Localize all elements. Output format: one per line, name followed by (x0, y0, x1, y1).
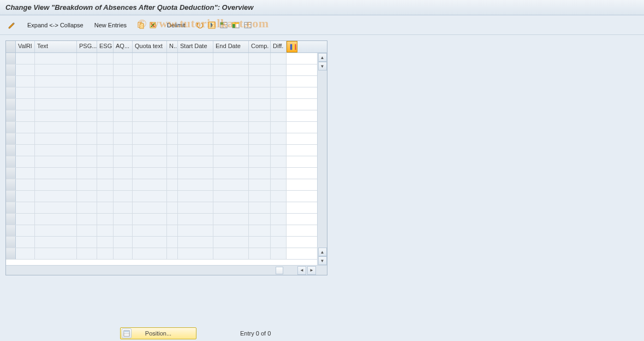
cell-quota[interactable] (133, 202, 167, 213)
cell-end[interactable] (213, 191, 249, 202)
cell-start[interactable] (178, 225, 213, 236)
cell-aq[interactable] (114, 179, 133, 190)
col-header-esg[interactable]: ESG (97, 41, 114, 52)
row-selector-cell[interactable] (6, 191, 16, 202)
cell-psg[interactable] (77, 202, 97, 213)
cell-comp[interactable] (249, 99, 271, 110)
cell-comp[interactable] (249, 202, 271, 213)
table-row[interactable] (6, 64, 317, 76)
cell-text[interactable] (35, 76, 77, 87)
cell-quota[interactable] (133, 64, 167, 75)
cell-aq[interactable] (114, 156, 133, 167)
cell-quota[interactable] (133, 87, 167, 98)
cell-valrl[interactable] (16, 145, 35, 156)
cell-comp[interactable] (249, 237, 271, 248)
cell-n[interactable] (167, 191, 178, 202)
delimit-button[interactable]: Delimit (165, 21, 188, 30)
cell-n[interactable] (167, 122, 178, 133)
cell-start[interactable] (178, 64, 213, 75)
col-header-n[interactable]: N.. (167, 41, 178, 52)
cell-esg[interactable] (97, 145, 114, 156)
cell-psg[interactable] (77, 87, 97, 98)
cell-end[interactable] (213, 64, 249, 75)
table-row[interactable] (6, 214, 317, 225)
row-selector-cell[interactable] (6, 156, 16, 167)
cell-quota[interactable] (133, 145, 167, 156)
cell-text[interactable] (35, 179, 77, 190)
cell-start[interactable] (178, 87, 213, 98)
cell-start[interactable] (178, 156, 213, 167)
cell-esg[interactable] (97, 122, 114, 133)
row-selector-cell[interactable] (6, 110, 16, 121)
cell-text[interactable] (35, 225, 77, 236)
cell-text[interactable] (35, 156, 77, 167)
cell-quota[interactable] (133, 179, 167, 190)
cell-start[interactable] (178, 53, 213, 64)
cell-text[interactable] (35, 202, 77, 213)
cell-valrl[interactable] (16, 110, 35, 121)
cell-aq[interactable] (114, 99, 133, 110)
table-row[interactable] (6, 76, 317, 87)
cell-text[interactable] (35, 191, 77, 202)
cell-esg[interactable] (97, 248, 114, 259)
cell-text[interactable] (35, 110, 77, 121)
cell-comp[interactable] (249, 133, 271, 144)
cell-esg[interactable] (97, 110, 114, 121)
table-row[interactable] (6, 168, 317, 179)
table-row[interactable] (6, 191, 317, 202)
cell-esg[interactable] (97, 237, 114, 248)
cell-end[interactable] (213, 110, 249, 121)
cell-diff[interactable] (271, 248, 287, 259)
table-row[interactable] (6, 133, 317, 145)
cell-text[interactable] (35, 237, 77, 248)
cell-start[interactable] (178, 76, 213, 87)
row-selector-cell[interactable] (6, 99, 16, 110)
cell-quota[interactable] (133, 191, 167, 202)
col-header-comp[interactable]: Comp. (249, 41, 271, 52)
cell-n[interactable] (167, 53, 178, 64)
cell-text[interactable] (35, 168, 77, 179)
cell-end[interactable] (213, 145, 249, 156)
row-selector-cell[interactable] (6, 145, 16, 156)
scroll-up-arrow-bottom[interactable]: ▲ (318, 248, 327, 256)
cell-aq[interactable] (114, 237, 133, 248)
cell-end[interactable] (213, 237, 249, 248)
cell-end[interactable] (213, 225, 249, 236)
cell-aq[interactable] (114, 87, 133, 98)
cell-text[interactable] (35, 145, 77, 156)
cell-quota[interactable] (133, 99, 167, 110)
cell-text[interactable] (35, 64, 77, 75)
row-selector-cell[interactable] (6, 248, 16, 259)
cell-start[interactable] (178, 133, 213, 144)
new-entries-button[interactable]: New Entries (92, 21, 129, 30)
table-row[interactable] (6, 87, 317, 99)
cell-aq[interactable] (114, 202, 133, 213)
cell-diff[interactable] (271, 99, 287, 110)
cell-esg[interactable] (97, 202, 114, 213)
cell-valrl[interactable] (16, 179, 35, 190)
cell-end[interactable] (213, 214, 249, 225)
row-selector-cell[interactable] (6, 133, 16, 144)
table-row[interactable] (6, 179, 317, 191)
cell-quota[interactable] (133, 168, 167, 179)
cell-psg[interactable] (77, 248, 97, 259)
cell-psg[interactable] (77, 133, 97, 144)
cell-aq[interactable] (114, 122, 133, 133)
cell-aq[interactable] (114, 110, 133, 121)
cell-psg[interactable] (77, 145, 97, 156)
cell-n[interactable] (167, 156, 178, 167)
col-header-valrl[interactable]: ValRl (16, 41, 35, 52)
cell-comp[interactable] (249, 53, 271, 64)
cell-aq[interactable] (114, 53, 133, 64)
cell-esg[interactable] (97, 214, 114, 225)
cell-n[interactable] (167, 237, 178, 248)
cell-diff[interactable] (271, 145, 287, 156)
cell-start[interactable] (178, 99, 213, 110)
cell-n[interactable] (167, 248, 178, 259)
select-all-button[interactable] (206, 20, 217, 31)
cell-quota[interactable] (133, 248, 167, 259)
cell-psg[interactable] (77, 64, 97, 75)
copy-button[interactable] (135, 20, 146, 31)
horizontal-scrollbar[interactable]: ◄ ► (6, 265, 327, 275)
cell-end[interactable] (213, 179, 249, 190)
